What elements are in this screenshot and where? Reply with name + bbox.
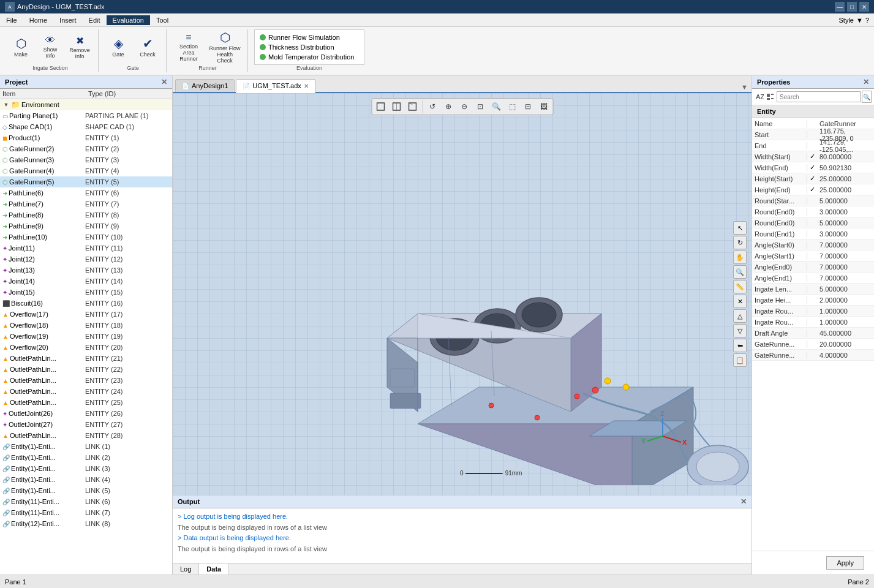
mold-temp-item[interactable]: Mold Temperator Distribution xyxy=(260,52,359,62)
tab-ugm-test[interactable]: 📄 UGM_TEST.adx ✕ xyxy=(236,79,315,93)
tree-item-8[interactable]: ➜ PathLine(6) ENTITY (6) xyxy=(0,187,172,198)
prop-val-13[interactable]: 7.000000 xyxy=(817,263,874,271)
prop-val-21[interactable]: 4.000000 xyxy=(817,352,874,359)
menu-tool[interactable]: Tool xyxy=(150,15,175,25)
menu-file[interactable]: File xyxy=(0,15,23,25)
prop-val-12[interactable]: 7.000000 xyxy=(817,252,874,260)
tree-item-2[interactable]: ◇ Shape CAD(1) SHAPE CAD (1) xyxy=(0,121,172,132)
prop-val-20[interactable]: 20.000000 xyxy=(817,341,874,348)
prop-val-2[interactable]: 141.729, -125.045,... xyxy=(817,138,874,153)
prop-val-11[interactable]: 7.000000 xyxy=(817,241,874,249)
environment-row[interactable]: ▼ 📁 Environment xyxy=(0,99,172,110)
show-info-button[interactable]: 👁 ShowInfo xyxy=(37,31,64,63)
env-expand-icon[interactable]: ▼ xyxy=(2,101,10,108)
maximize-button[interactable]: □ xyxy=(847,2,857,12)
prop-val-18[interactable]: 1.000000 xyxy=(817,318,874,326)
tree-item-20[interactable]: ▲ Overflow(18) ENTITY (18) xyxy=(0,320,172,331)
tree-item-1[interactable]: ▭ Parting Plane(1) PARTING PLANE (1) xyxy=(0,110,172,121)
tree-item-36[interactable]: 🔗 Entity(11)-Enti... LINK (6) xyxy=(0,496,172,507)
menu-insert[interactable]: Insert xyxy=(53,15,83,25)
prop-val-14[interactable]: 7.000000 xyxy=(817,274,874,282)
prop-val-4[interactable]: 50.902130 xyxy=(817,164,874,172)
prop-val-3[interactable]: 80.000000 xyxy=(817,153,874,160)
vp-search-zoom[interactable]: 🔍 xyxy=(489,100,503,113)
project-close-button[interactable]: ✕ xyxy=(161,78,167,86)
menu-edit[interactable]: Edit xyxy=(83,15,107,25)
tree-item-5[interactable]: ⬡ GateRunner(3) ENTITY (3) xyxy=(0,154,172,165)
apply-button[interactable]: Apply xyxy=(826,556,864,570)
vp-screenshot[interactable]: 🖼 xyxy=(537,100,551,113)
thickness-item[interactable]: Thickness Distribution xyxy=(260,42,359,52)
properties-search-input[interactable] xyxy=(777,91,861,102)
tree-item-21[interactable]: ▲ Overflow(19) ENTITY (19) xyxy=(0,331,172,342)
vp-btn-iso[interactable] xyxy=(405,100,420,113)
props-sort-name-button[interactable]: AZ xyxy=(755,91,764,103)
runner-flow-button[interactable]: ⬡ Runner FlowHealth Check xyxy=(207,31,243,63)
remove-info-button[interactable]: ✖ RemoveInfo xyxy=(66,31,93,63)
tree-item-23[interactable]: ▲ OutletPathLin... ENTITY (21) xyxy=(0,353,172,364)
tab-ugm-close[interactable]: ✕ xyxy=(304,83,309,89)
output-tab-log[interactable]: Log xyxy=(173,564,199,575)
vp-btn-front[interactable] xyxy=(373,100,388,113)
tree-item-4[interactable]: ⬡ GateRunner(2) ENTITY (2) xyxy=(0,143,172,154)
gate-button[interactable]: ◈ Gate xyxy=(105,31,132,63)
check-button[interactable]: ✔ Check xyxy=(134,31,161,63)
tree-item-22[interactable]: ▲ Overflow(20) ENTITY (20) xyxy=(0,342,172,353)
tree-item-9[interactable]: ➜ PathLine(7) ENTITY (7) xyxy=(0,198,172,209)
vp-btn-top[interactable] xyxy=(389,100,404,113)
tree-item-35[interactable]: 🔗 Entity(1)-Enti... LINK (5) xyxy=(0,485,172,496)
vp-rotate-left[interactable]: ↺ xyxy=(425,100,440,113)
tree-item-25[interactable]: ▲ OutletPathLin... ENTITY (23) xyxy=(0,375,172,386)
props-sort-cat-button[interactable] xyxy=(766,91,775,103)
tab-dropdown-button[interactable]: ▼ xyxy=(737,82,752,92)
tree-item-12[interactable]: ➜ PathLine(10) ENTITY (10) xyxy=(0,232,172,243)
tree-item-28[interactable]: ✦ OutletJoint(26) ENTITY (26) xyxy=(0,408,172,419)
tree-item-31[interactable]: 🔗 Entity(1)-Enti... LINK (1) xyxy=(0,441,172,452)
tree-item-6[interactable]: ⬡ GateRunner(4) ENTITY (4) xyxy=(0,165,172,176)
tree-item-13[interactable]: ✦ Joint(11) ENTITY (11) xyxy=(0,243,172,254)
prop-val-7[interactable]: 5.000000 xyxy=(817,197,874,205)
runner-sim-item[interactable]: Runner Flow Simulation xyxy=(260,32,359,42)
menu-home[interactable]: Home xyxy=(23,15,53,25)
output-close-button[interactable]: ✕ xyxy=(740,497,747,506)
tree-item-26[interactable]: ▲ OutletPathLin... ENTITY (24) xyxy=(0,386,172,397)
tree-item-14[interactable]: ✦ Joint(12) ENTITY (12) xyxy=(0,254,172,265)
tree-item-29[interactable]: ✦ OutletJoint(27) ENTITY (27) xyxy=(0,419,172,430)
tree-item-38[interactable]: 🔗 Entity(12)-Enti... LINK (8) xyxy=(0,518,172,529)
prop-val-5[interactable]: 25.000000 xyxy=(817,175,874,183)
close-button[interactable]: ✕ xyxy=(859,2,869,12)
tree-item-33[interactable]: 🔗 Entity(1)-Enti... LINK (3) xyxy=(0,463,172,474)
vp-zoom-out[interactable]: ⊖ xyxy=(457,100,472,113)
tree-item-15[interactable]: ✦ Joint(13) ENTITY (13) xyxy=(0,265,172,276)
tree-item-19[interactable]: ▲ Overflow(17) ENTITY (17) xyxy=(0,309,172,320)
output-tab-data[interactable]: Data xyxy=(199,564,229,575)
tree-item-24[interactable]: ▲ OutletPathLin... ENTITY (22) xyxy=(0,364,172,375)
minimize-button[interactable]: — xyxy=(835,2,845,12)
tree-item-7[interactable]: ⬡ GateRunner(5) ENTITY (5) xyxy=(0,176,172,187)
tree-item-37[interactable]: 🔗 Entity(11)-Enti... LINK (7) xyxy=(0,507,172,518)
tree-item-34[interactable]: 🔗 Entity(1)-Enti... LINK (4) xyxy=(0,474,172,485)
tree-item-17[interactable]: ✦ Joint(15) ENTITY (15) xyxy=(0,287,172,298)
tree-item-3[interactable]: ◼ Product(1) ENTITY (1) xyxy=(0,132,172,143)
tab-anydesign1[interactable]: 📄 AnyDesign1 xyxy=(175,79,235,92)
make-button[interactable]: ⬡ Make xyxy=(7,31,34,63)
prop-val-9[interactable]: 5.000000 xyxy=(817,219,874,227)
prop-val-19[interactable]: 45.000000 xyxy=(817,330,874,337)
tree-item-32[interactable]: 🔗 Entity(1)-Enti... LINK (2) xyxy=(0,452,172,463)
tree-item-16[interactable]: ✦ Joint(14) ENTITY (14) xyxy=(0,276,172,287)
style-dropdown-icon[interactable]: ▼ xyxy=(856,17,863,24)
vp-section-cut[interactable]: ⊟ xyxy=(521,100,535,113)
prop-val-15[interactable]: 5.000000 xyxy=(817,285,874,293)
prop-val-10[interactable]: 3.000000 xyxy=(817,230,874,238)
tree-item-10[interactable]: ➜ PathLine(8) ENTITY (8) xyxy=(0,209,172,221)
vp-zoom-in[interactable]: ⊕ xyxy=(441,100,456,113)
prop-val-17[interactable]: 1.000000 xyxy=(817,307,874,315)
properties-close-button[interactable]: ✕ xyxy=(863,78,869,86)
prop-val-6[interactable]: 25.000000 xyxy=(817,186,874,194)
menu-evaluation[interactable]: Evaluation xyxy=(107,15,150,25)
properties-search-button[interactable]: 🔍 xyxy=(862,91,872,103)
vp-measure[interactable]: ⬚ xyxy=(505,100,519,113)
prop-val-16[interactable]: 2.000000 xyxy=(817,296,874,304)
section-area-button[interactable]: ≡ SectionAreaRunner xyxy=(173,31,205,63)
tree-item-27[interactable]: ▲ OutletPathLin... ENTITY (25) xyxy=(0,397,172,408)
